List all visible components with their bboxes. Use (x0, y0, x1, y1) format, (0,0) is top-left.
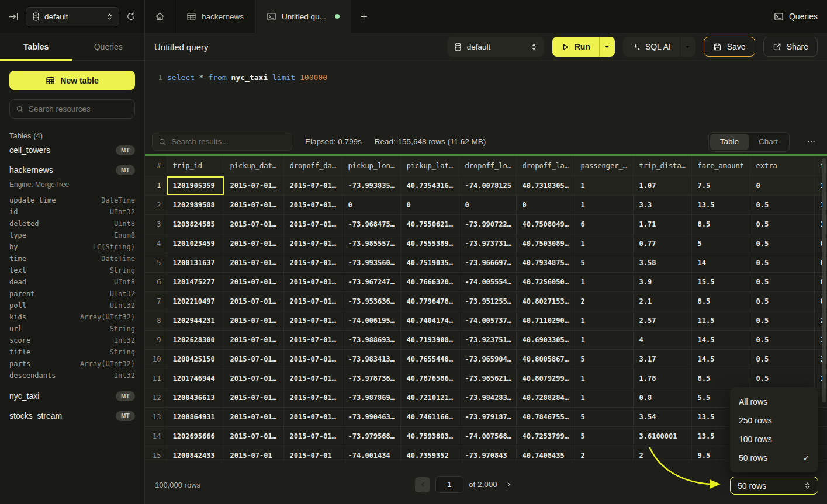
row-number-cell[interactable]: 8 (145, 311, 167, 330)
save-button[interactable]: Save (704, 37, 755, 57)
cell[interactable]: 40.7210121… (400, 388, 459, 407)
cell[interactable]: 0.5 (750, 253, 814, 272)
next-page-button[interactable] (503, 481, 515, 488)
cell[interactable]: 1201905359 (167, 176, 224, 195)
cell[interactable]: 14 (691, 253, 750, 272)
schema-column[interactable]: timeDateTime (9, 253, 135, 265)
cell[interactable]: -73.965904… (459, 349, 516, 369)
sidebar-tab-tables[interactable]: Tables (0, 33, 72, 60)
sidebar-table-stocks-stream[interactable]: stocks_stream MT (9, 406, 135, 426)
collapse-sidebar-icon[interactable] (9, 12, 19, 22)
cell[interactable]: 2015-07-01… (283, 214, 342, 234)
cell[interactable]: 5 (575, 407, 633, 426)
cell[interactable]: -73.965621… (459, 369, 516, 388)
schema-column[interactable]: deadUInt8 (9, 276, 135, 288)
cell[interactable]: 2.57 (633, 311, 691, 330)
cell[interactable]: 40.7555389… (400, 234, 459, 253)
cell[interactable]: 0.5 (750, 311, 814, 330)
cell[interactable]: 2015-07-01… (224, 195, 283, 214)
sidebar-table-hackernews[interactable]: hackernews MT (9, 160, 135, 180)
cell[interactable]: 7.5 (691, 176, 750, 195)
schema-column[interactable]: titleString (9, 346, 135, 358)
cell[interactable]: 40.7354316… (400, 176, 459, 195)
cell[interactable]: 0.5 (750, 330, 814, 349)
cell[interactable]: 6 (575, 214, 633, 234)
cell[interactable]: 40.7796478… (400, 291, 459, 311)
cell[interactable]: 0.5 (750, 234, 814, 253)
cell[interactable]: -74.005737… (459, 311, 516, 330)
row-number-cell[interactable]: 14 (145, 426, 167, 446)
cell[interactable]: 2015-07-01… (283, 330, 342, 349)
query-database-selector[interactable]: default (447, 37, 544, 57)
cell[interactable]: 2015-07-01… (224, 291, 283, 311)
column-header[interactable]: dropoff_la… (516, 156, 575, 176)
cell[interactable]: -73.993835… (342, 176, 400, 195)
database-selector[interactable]: default (26, 7, 119, 26)
cell[interactable]: 3.9 (633, 272, 691, 291)
cell[interactable]: 1 (575, 272, 633, 291)
cell[interactable]: 40.7655448… (400, 349, 459, 369)
results-search[interactable] (152, 133, 292, 151)
cell[interactable]: 1202695666 (167, 426, 224, 446)
cell[interactable]: 3.54 (633, 407, 691, 426)
cell[interactable]: 5 (691, 234, 750, 253)
cell[interactable]: 2015-07-01… (224, 272, 283, 291)
cell[interactable]: -73.979568… (342, 426, 400, 446)
row-number-cell[interactable]: 1 (145, 176, 167, 195)
cell[interactable]: 2015-07-01… (283, 195, 342, 214)
sql-ai-button[interactable]: SQL AI (623, 37, 695, 57)
run-button[interactable]: Run (552, 37, 615, 57)
row-number-cell[interactable]: 7 (145, 291, 167, 311)
cell[interactable]: 0.8 (633, 388, 691, 407)
cell[interactable]: 2015-07-01… (224, 369, 283, 388)
tab-untitled-query[interactable]: Untitled qu... (255, 0, 351, 33)
cell[interactable]: 40.7404174… (400, 311, 459, 330)
cell[interactable]: 40.7593803… (400, 426, 459, 446)
cell[interactable]: 2015-07-01… (224, 426, 283, 446)
cell[interactable]: -73.993560… (342, 253, 400, 272)
cell[interactable]: 0.77 (633, 234, 691, 253)
row-number-cell[interactable]: 4 (145, 234, 167, 253)
cell[interactable]: 3.3 (633, 195, 691, 214)
cell[interactable]: 0.5 (750, 214, 814, 234)
cell[interactable]: 15.5 (691, 272, 750, 291)
cell[interactable]: 0.5 (750, 291, 814, 311)
cell[interactable]: 1200864931 (167, 407, 224, 426)
cell[interactable]: -73.968475… (342, 214, 400, 234)
cell[interactable]: 3.6100001 (633, 426, 691, 446)
cell[interactable]: 2015-07-01 (224, 446, 283, 461)
resource-search-input[interactable] (29, 105, 132, 113)
cell[interactable]: 1201023459 (167, 234, 224, 253)
page-number-input[interactable] (435, 476, 463, 493)
menu-item-250-rows[interactable]: 250 rows (730, 411, 818, 430)
tab-home[interactable] (145, 0, 175, 33)
cell[interactable]: -73.988693… (342, 330, 400, 349)
cell[interactable]: 4 (633, 330, 691, 349)
cell[interactable]: 13.5 (691, 195, 750, 214)
row-number-cell[interactable]: 6 (145, 272, 167, 291)
cell[interactable]: -73.967247… (342, 272, 400, 291)
row-number-cell[interactable]: 5 (145, 253, 167, 272)
cell[interactable]: 40.7193908… (400, 330, 459, 349)
schema-column[interactable]: byLC(String) (9, 241, 135, 253)
cell[interactable]: 0 (516, 195, 575, 214)
schema-column[interactable]: deletedUInt8 (9, 218, 135, 230)
new-tab-button[interactable] (351, 0, 378, 33)
menu-item-100-rows[interactable]: 100 rows (730, 430, 818, 449)
cell[interactable]: 2015-07-01… (283, 272, 342, 291)
cell[interactable]: 0 (459, 195, 516, 214)
cell[interactable]: 40.7110290… (516, 311, 575, 330)
schema-column[interactable]: typeEnum8 (9, 230, 135, 241)
cell[interactable]: 2015-07-01… (224, 349, 283, 369)
sidebar-table-nyc-taxi[interactable]: nyc_taxi MT (9, 386, 135, 406)
schema-column[interactable]: parentUInt32 (9, 288, 135, 300)
cell[interactable]: 1 (575, 330, 633, 349)
column-header[interactable]: fare_amount (691, 156, 750, 176)
cell[interactable]: 5 (575, 253, 633, 272)
row-number-cell[interactable]: 9 (145, 330, 167, 349)
cell[interactable]: 40.7508049… (516, 214, 575, 234)
cell[interactable]: -73.970843 (459, 446, 516, 461)
cell[interactable]: 1201475277 (167, 272, 224, 291)
cell[interactable]: -73.985557… (342, 234, 400, 253)
row-number-cell[interactable]: 12 (145, 388, 167, 407)
